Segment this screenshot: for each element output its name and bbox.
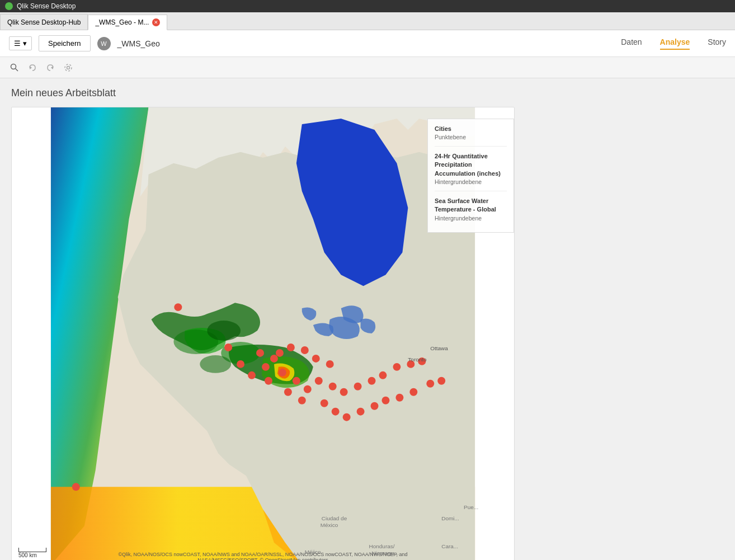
svg-point-20 — [329, 383, 337, 390]
tab-daten[interactable]: Daten — [621, 37, 642, 50]
svg-point-29 — [332, 408, 340, 416]
svg-point-21 — [340, 388, 348, 396]
svg-text:Ciudad de: Ciudad de — [322, 515, 347, 521]
tab-hub[interactable]: Qlik Sense Desktop-Hub — [0, 14, 88, 30]
secondary-toolbar — [0, 57, 735, 78]
save-button[interactable]: Speichern — [39, 35, 91, 51]
svg-point-36 — [426, 380, 434, 388]
undo-icon[interactable] — [25, 60, 40, 76]
map-legend: Cities Punktebene 24-Hr Quantitative Pre… — [427, 119, 514, 233]
svg-point-47 — [284, 388, 292, 396]
legend-cities: Cities Punktebene — [435, 125, 507, 147]
legend-sst: Sea Surface Water Temperature - Global H… — [435, 197, 507, 227]
svg-point-18 — [304, 385, 312, 393]
svg-point-13 — [224, 343, 232, 351]
svg-point-6 — [65, 64, 72, 71]
legend-cities-sub: Punktebene — [435, 133, 507, 142]
tab-analyse[interactable]: Analyse — [660, 37, 690, 50]
svg-point-11 — [200, 355, 231, 373]
svg-point-1 — [11, 64, 16, 69]
svg-text:Toronto: Toronto — [408, 356, 427, 363]
svg-point-48 — [298, 397, 306, 404]
tab-wms-label: _WMS_Geo - M... — [95, 18, 149, 26]
svg-text:Domi...: Domi... — [441, 515, 459, 521]
app-icon — [4, 2, 13, 11]
svg-point-49 — [72, 483, 80, 491]
svg-point-14 — [256, 349, 264, 357]
svg-text:México: México — [321, 522, 338, 528]
svg-point-40 — [262, 363, 270, 371]
legend-precipitation: 24-Hr Quantitative Precipitation Accumul… — [435, 152, 507, 191]
tab-hub-label: Qlik Sense Desktop-Hub — [7, 18, 81, 26]
svg-marker-4 — [51, 66, 53, 69]
svg-point-23 — [368, 377, 376, 385]
tab-close-button[interactable]: ✕ — [152, 18, 160, 26]
svg-point-33 — [381, 397, 389, 404]
svg-point-12 — [174, 303, 182, 311]
svg-point-17 — [293, 377, 300, 385]
settings-icon[interactable] — [60, 60, 76, 76]
redo-icon[interactable] — [43, 60, 58, 76]
legend-cities-title: Cities — [435, 125, 507, 133]
zoom-icon[interactable] — [7, 60, 22, 76]
tab-bar: Qlik Sense Desktop-Hub _WMS_Geo - M... ✕ — [0, 12, 735, 30]
svg-point-38 — [237, 360, 244, 368]
map-visualization: Ottawa Toronto Ciudad de México Honduras… — [12, 107, 514, 560]
svg-point-5 — [67, 66, 70, 69]
svg-point-32 — [371, 402, 379, 410]
nav-tabs: Daten Analyse Story — [621, 37, 726, 50]
svg-point-43 — [301, 346, 309, 354]
svg-point-34 — [395, 394, 403, 402]
scale-line — [18, 548, 46, 552]
app-name: _WMS_Geo — [117, 39, 160, 48]
svg-point-9 — [207, 321, 241, 341]
svg-point-16 — [279, 369, 286, 377]
svg-point-44 — [312, 355, 320, 363]
svg-point-42 — [287, 343, 295, 351]
svg-line-2 — [16, 68, 18, 71]
worksheet-title: Mein neues Arbeitsblatt — [11, 87, 724, 99]
scale-label: 500 km — [18, 552, 37, 558]
svg-point-25 — [393, 363, 401, 371]
svg-text:Ottawa: Ottawa — [430, 345, 448, 351]
legend-precip-title: 24-Hr Quantitative Precipitation Accumul… — [435, 152, 507, 178]
svg-point-28 — [321, 399, 328, 407]
window-title: Qlik Sense Desktop — [17, 2, 76, 10]
title-bar: Qlik Sense Desktop — [0, 0, 735, 12]
svg-point-45 — [326, 360, 334, 368]
svg-point-19 — [315, 377, 323, 385]
map-container[interactable]: Ottawa Toronto Ciudad de México Honduras… — [11, 107, 515, 560]
legend-sst-title: Sea Surface Water Temperature - Global — [435, 197, 507, 214]
scale-bar: 500 km — [18, 548, 46, 558]
svg-point-15 — [270, 355, 278, 363]
svg-point-31 — [357, 408, 365, 416]
legend-precip-sub: Hintergrundebene — [435, 178, 507, 186]
svg-point-41 — [276, 349, 284, 357]
dropdown-arrow: ▾ — [23, 39, 27, 48]
tab-wms[interactable]: _WMS_Geo - M... ✕ — [88, 15, 167, 30]
svg-text:Honduras/: Honduras/ — [369, 543, 395, 549]
svg-point-46 — [265, 377, 272, 385]
svg-point-35 — [409, 388, 417, 396]
svg-point-39 — [248, 371, 256, 379]
svg-point-24 — [379, 371, 387, 379]
toolbar: ☰ ▾ Speichern W _WMS_Geo Daten Analyse S… — [0, 30, 735, 57]
svg-text:Cara...: Cara... — [441, 543, 458, 549]
hamburger-button[interactable]: ☰ ▾ — [9, 36, 32, 50]
svg-point-22 — [354, 383, 362, 390]
hamburger-icon: ☰ — [14, 39, 21, 48]
legend-sst-sub: Hintergrundebene — [435, 214, 507, 223]
tab-story[interactable]: Story — [708, 37, 726, 50]
map-attribution: ©Qlik, NOAA/NOS/OCS nowCOAST, NOAA/NWS a… — [67, 552, 459, 560]
app-avatar: W — [97, 37, 111, 50]
svg-marker-3 — [30, 66, 32, 69]
svg-text:Pue...: Pue... — [464, 504, 478, 510]
svg-point-37 — [437, 377, 445, 385]
page-content: Mein neues Arbeitsblatt — [0, 78, 735, 560]
svg-point-0 — [5, 2, 13, 10]
svg-point-30 — [343, 413, 351, 421]
